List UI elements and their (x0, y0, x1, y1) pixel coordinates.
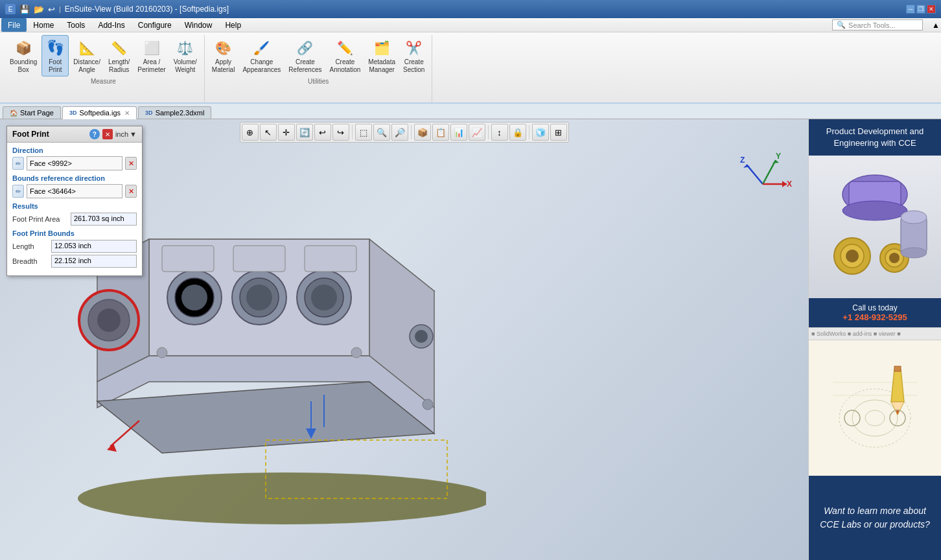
create-section-icon: ✂️ (404, 38, 424, 58)
foot-print-icon: 👣 (45, 38, 65, 58)
fp-bounds-ref-clear[interactable]: ✕ (125, 185, 137, 198)
change-appearances-btn[interactable]: 🖌️ ChangeAppearances (239, 35, 284, 76)
fp-close-btn[interactable]: ✕ (102, 129, 113, 139)
fp-length-row: Length 12.053 inch (12, 240, 137, 253)
tab-start-page[interactable]: 🏠 Start Page (3, 106, 61, 119)
fp-bounds-ref-label: Bounds reference direction (12, 174, 137, 182)
right-panel: Product Development and Engineering with… (808, 119, 941, 560)
window-controls[interactable]: ─ ❐ ✕ (906, 5, 936, 14)
tb-zoom-in[interactable]: 🔍 (373, 124, 390, 141)
fp-header: Foot Print ? ✕ inch ▼ (7, 126, 142, 143)
foot-print-label: FootPrint (49, 58, 62, 74)
tb-zoom-out[interactable]: 🔎 (391, 124, 408, 141)
title-bar-left: E 💾 📂 ↩ | EnSuite-View (Build 20160203) … (5, 4, 229, 14)
tb-vertical[interactable]: ↕ (491, 124, 508, 141)
title-bar: E 💾 📂 ↩ | EnSuite-View (Build 20160203) … (0, 0, 941, 18)
svg-point-12 (246, 285, 272, 310)
area-perimeter-btn[interactable]: ⬜ Area /Perimeter (134, 35, 168, 76)
close-btn[interactable]: ✕ (927, 5, 936, 14)
fp-direction-input[interactable] (27, 156, 122, 170)
tab-sample[interactable]: 3D Sample2.3dxml (138, 106, 211, 119)
ad-bottom[interactable]: Want to learn more about CCE Labs or our… (809, 476, 941, 560)
svg-point-47 (846, 250, 859, 262)
menu-window[interactable]: Window (178, 18, 219, 32)
tb-grid[interactable]: ⊞ (550, 124, 567, 141)
fp-bounds-section: Foot Print Bounds Length 12.053 inch Bre… (12, 229, 137, 268)
utilities-buttons: 🎨 ApplyMaterial 🖌️ ChangeAppearances 🔗 C… (209, 35, 428, 76)
fp-breadth-value: 22.152 inch (51, 255, 137, 268)
tb-list[interactable]: 📋 (432, 124, 449, 141)
minimize-btn[interactable]: ─ (906, 5, 915, 14)
menu-tools[interactable]: Tools (60, 18, 91, 32)
menu-file[interactable]: File (1, 18, 27, 32)
tab-softpedia-close[interactable]: ✕ (124, 110, 130, 117)
create-annotation-btn[interactable]: ✏️ CreateAnnotation (326, 35, 364, 76)
tb-chart[interactable]: 📊 (450, 124, 467, 141)
tb-lock[interactable]: 🔒 (509, 124, 526, 141)
tb-graph[interactable]: 📈 (469, 124, 485, 141)
svg-point-44 (842, 201, 907, 220)
svg-point-26 (415, 330, 428, 343)
menu-help[interactable]: Help (218, 18, 248, 32)
quick-undo[interactable]: ↩ (48, 5, 55, 14)
ad-image-svg (817, 162, 933, 292)
tb-select[interactable]: ⊕ (242, 124, 259, 141)
area-perimeter-label: Area /Perimeter (137, 58, 165, 74)
axes-indicator: Z Y X (734, 148, 792, 200)
utilities-group-label: Utilities (308, 78, 329, 85)
apply-material-btn[interactable]: 🎨 ApplyMaterial (209, 35, 238, 76)
volume-weight-btn[interactable]: ⚖️ Volume/Weight (170, 35, 200, 76)
fp-bounds-ref-input[interactable] (27, 184, 122, 198)
title-text: EnSuite-View (Build 20160203) - [Softped… (65, 5, 229, 14)
ad-strip: ■ SolidWorks ■ add-ins ■ viewer ■ (809, 327, 941, 340)
tb-move[interactable]: ✛ (278, 124, 295, 141)
restore-btn[interactable]: ❐ (916, 5, 925, 14)
create-references-btn[interactable]: 🔗 CreateReferences (285, 35, 325, 76)
foot-print-btn[interactable]: 👣 FootPrint (41, 35, 69, 76)
menu-configure[interactable]: Configure (132, 18, 178, 32)
metadata-manager-btn[interactable]: 🗂️ MetadataManager (365, 35, 399, 76)
ad-mid[interactable] (809, 340, 941, 476)
fp-results-section: Results Foot Print Area 261.703 sq inch (12, 202, 137, 226)
fp-unit-dropdown[interactable]: inch ▼ (115, 130, 137, 138)
menu-addins[interactable]: Add-Ins (91, 18, 131, 32)
svg-marker-40 (782, 181, 787, 187)
ad-cce-title[interactable]: Product Development and Engineering with… (809, 119, 941, 156)
tb-sep1 (352, 125, 353, 139)
bounding-box-btn[interactable]: 📦 BoundingBox (6, 35, 40, 76)
fp-direction-label: Direction (12, 146, 137, 154)
distance-angle-btn[interactable]: 📐 Distance/Angle (70, 35, 104, 76)
tb-3d[interactable]: 🧊 (532, 124, 549, 141)
quick-open[interactable]: 📂 (34, 5, 44, 14)
area-perimeter-icon: ⬜ (141, 38, 162, 58)
measure-group-label: Measure (91, 78, 116, 85)
quick-save[interactable]: 💾 (19, 5, 30, 14)
create-section-btn[interactable]: ✂️ CreateSection (400, 35, 428, 76)
fp-unit-arrow: ▼ (130, 130, 137, 138)
tb-undo2[interactable]: ↩ (314, 124, 331, 141)
tab-softpedia-label: Softpedia.igs (80, 109, 121, 117)
tb-redo2[interactable]: ↪ (332, 124, 349, 141)
fp-area-value: 261.703 sq inch (71, 213, 137, 226)
menu-home[interactable]: Home (27, 18, 60, 32)
svg-line-36 (763, 160, 776, 184)
ad-image[interactable] (809, 156, 941, 298)
foot-print-panel: Foot Print ? ✕ inch ▼ Direction ✏ (6, 126, 143, 276)
tb-view-box[interactable]: 📦 (414, 124, 431, 141)
tb-rotate[interactable]: 🔄 (296, 124, 313, 141)
fp-direction-clear[interactable]: ✕ (125, 157, 137, 170)
length-radius-btn[interactable]: 📏 Length/Radius (105, 35, 133, 76)
search-box[interactable]: 🔍 Search Tools... (832, 19, 923, 30)
ad-cce-text: Product Development and Engineering with… (826, 126, 924, 148)
tb-arrow[interactable]: ↖ (260, 124, 277, 141)
svg-text:Z: Z (740, 156, 745, 165)
tab-softpedia[interactable]: 3D Softpedia.igs ✕ (62, 106, 137, 119)
bounding-box-icon: 📦 (13, 38, 34, 58)
fp-bounds-label: Foot Print Bounds (12, 229, 137, 237)
fp-help-btn[interactable]: ? (89, 129, 100, 139)
collapse-arrow[interactable]: ▲ (932, 21, 940, 30)
search-placeholder: Search Tools... (848, 21, 896, 29)
change-appearances-icon: 🖌️ (251, 38, 272, 58)
tb-box-select[interactable]: ⬚ (355, 124, 372, 141)
viewport[interactable]: ⊕ ↖ ✛ 🔄 ↩ ↪ ⬚ 🔍 🔎 📦 📋 📊 📈 ↕ 🔒 🧊 ⊞ (0, 119, 808, 560)
